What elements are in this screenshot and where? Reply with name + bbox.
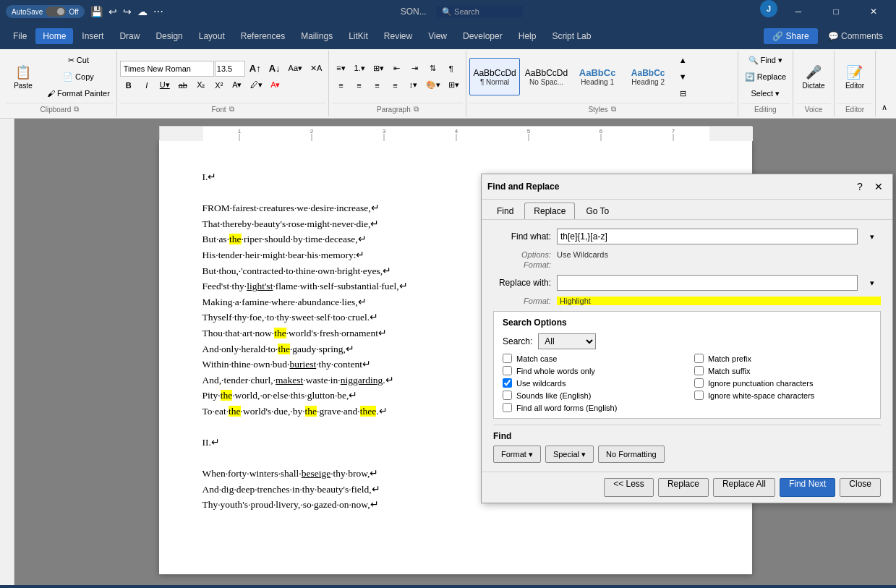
tab-replace[interactable]: Replace: [524, 203, 575, 219]
clipboard-expand-icon[interactable]: ⧉: [74, 105, 79, 114]
cut-button[interactable]: ✂ Cut: [43, 52, 114, 68]
autosave-toggle[interactable]: [46, 7, 66, 17]
close-dialog-button[interactable]: Close: [840, 478, 881, 497]
menu-design[interactable]: Design: [148, 28, 189, 44]
style-heading1-button[interactable]: AaBbCc Heading 1: [573, 58, 622, 95]
underline-button[interactable]: U▾: [156, 77, 174, 93]
shading-button[interactable]: 🎨▾: [422, 77, 444, 93]
undo-icon[interactable]: ↩: [108, 6, 117, 17]
menu-home[interactable]: Home: [35, 28, 73, 44]
dialog-close-button[interactable]: ✕: [871, 179, 887, 195]
font-name-input[interactable]: [120, 61, 214, 77]
menu-help[interactable]: Help: [511, 28, 544, 44]
comments-button[interactable]: 💬 Comments: [821, 28, 890, 44]
align-center-button[interactable]: ≡: [350, 77, 367, 93]
match-prefix-checkbox[interactable]: [694, 354, 704, 363]
ignore-punct-checkbox[interactable]: [694, 378, 704, 388]
increase-font-button[interactable]: A↑: [246, 61, 265, 77]
format-button[interactable]: Format ▾: [493, 446, 541, 463]
ignore-ws-checkbox[interactable]: [694, 391, 704, 400]
menu-insert[interactable]: Insert: [74, 28, 111, 44]
dialog-help-button[interactable]: ?: [852, 179, 868, 195]
strikethrough-button[interactable]: ab: [174, 77, 192, 93]
whole-words-checkbox[interactable]: [503, 366, 512, 375]
bullets-button[interactable]: ≡▾: [332, 61, 349, 77]
menu-mailings[interactable]: Mailings: [294, 28, 340, 44]
share-button[interactable]: 🔗 Share: [764, 28, 817, 44]
style-heading2-button[interactable]: AaBbCc Heading 2: [623, 58, 673, 95]
paragraph-expand-icon[interactable]: ⧉: [414, 105, 419, 114]
sounds-like-checkbox[interactable]: [503, 391, 512, 400]
collapse-ribbon-button[interactable]: ∧: [876, 99, 893, 115]
menu-file[interactable]: File: [6, 28, 34, 44]
decrease-indent-button[interactable]: ⇤: [388, 61, 406, 77]
highlight-button[interactable]: 🖊▾: [247, 77, 266, 93]
styles-scroll-up[interactable]: ▲: [674, 52, 691, 68]
numbering-button[interactable]: 1.▾: [350, 61, 368, 77]
search-direction-select[interactable]: All Down Up: [538, 333, 596, 349]
replace-with-input[interactable]: [557, 275, 858, 291]
tab-goto[interactable]: Go To: [576, 203, 618, 219]
misc-icon[interactable]: ⋯: [153, 6, 163, 17]
show-hide-button[interactable]: ¶: [443, 61, 460, 77]
sort-button[interactable]: ⇅: [424, 61, 442, 77]
minimize-button[interactable]: ─: [782, 0, 815, 23]
align-left-button[interactable]: ≡: [332, 77, 349, 93]
font-expand-icon[interactable]: ⧉: [229, 105, 234, 114]
increase-indent-button[interactable]: ⇥: [406, 61, 424, 77]
menu-draw[interactable]: Draw: [112, 28, 147, 44]
styles-scroll-down[interactable]: ▼: [674, 69, 691, 85]
find-button[interactable]: 🔍 Find ▾: [741, 53, 790, 69]
subscript-button[interactable]: X₂: [192, 77, 210, 93]
menu-review[interactable]: Review: [377, 28, 419, 44]
less-button[interactable]: << Less: [604, 478, 654, 497]
close-button[interactable]: ✕: [857, 0, 890, 23]
replace-dropdown-button[interactable]: ▾: [863, 275, 881, 291]
format-painter-button[interactable]: 🖌 Format Painter: [43, 85, 114, 101]
match-case-checkbox[interactable]: [503, 354, 512, 363]
editor-button[interactable]: 📝 Editor: [837, 59, 872, 95]
align-right-button[interactable]: ≡: [368, 77, 385, 93]
find-dropdown-button[interactable]: ▾: [863, 229, 881, 244]
match-suffix-checkbox[interactable]: [694, 366, 704, 375]
redo-icon[interactable]: ↪: [123, 6, 132, 17]
justify-button[interactable]: ≡: [386, 77, 404, 93]
restore-button[interactable]: □: [819, 0, 853, 23]
select-button[interactable]: Select ▾: [741, 86, 790, 102]
superscript-button[interactable]: X²: [210, 77, 228, 93]
replace-button[interactable]: Replace: [658, 478, 709, 497]
clear-format-button[interactable]: ✕A: [307, 61, 325, 77]
font-size-input[interactable]: [215, 61, 245, 77]
bold-button[interactable]: B: [120, 77, 137, 93]
styles-more[interactable]: ⊟: [674, 85, 691, 101]
italic-button[interactable]: I: [138, 77, 155, 93]
save-icon[interactable]: 💾: [90, 6, 103, 17]
menu-view[interactable]: View: [421, 28, 454, 44]
find-next-button[interactable]: Find Next: [780, 478, 835, 497]
style-normal-button[interactable]: AaBbCcDd ¶ Normal: [469, 58, 519, 95]
autosave2-icon[interactable]: ☁: [137, 6, 148, 17]
multilevel-button[interactable]: ⊞▾: [370, 61, 388, 77]
tab-find[interactable]: Find: [487, 203, 523, 219]
no-formatting-button[interactable]: No Formatting: [598, 446, 665, 463]
line-spacing-button[interactable]: ↕▾: [404, 77, 422, 93]
styles-expand-icon[interactable]: ⧉: [611, 105, 616, 114]
copy-button[interactable]: 📄 Copy: [43, 69, 114, 85]
dictate-button[interactable]: 🎤 Dictate: [796, 59, 831, 95]
find-what-input[interactable]: [557, 229, 858, 244]
word-forms-checkbox[interactable]: [503, 403, 512, 412]
paste-button[interactable]: 📋 Paste: [6, 59, 40, 95]
font-color-button[interactable]: A▾: [229, 77, 246, 93]
autosave-badge[interactable]: AutoSave Off: [6, 5, 85, 18]
menu-layout[interactable]: Layout: [192, 28, 232, 44]
replace-button[interactable]: 🔄 Replace: [741, 69, 790, 85]
menu-references[interactable]: References: [234, 28, 292, 44]
font-color2-button[interactable]: A▾: [267, 77, 284, 93]
change-case-button[interactable]: Aa▾: [285, 61, 306, 77]
use-wildcards-checkbox[interactable]: [503, 378, 512, 388]
replace-all-button[interactable]: Replace All: [713, 478, 775, 497]
style-nospace-button[interactable]: AaBbCcDd No Spac...: [521, 58, 571, 95]
special-button[interactable]: Special ▾: [545, 446, 594, 463]
decrease-font-button[interactable]: A↓: [265, 61, 284, 77]
menu-litkit[interactable]: LitKit: [341, 28, 375, 44]
